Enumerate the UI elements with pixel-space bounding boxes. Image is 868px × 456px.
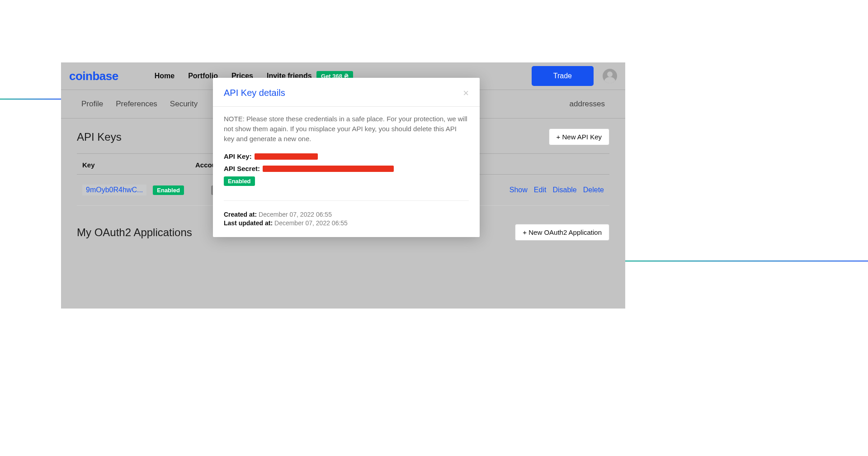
decorative-gradient-bottom (625, 261, 868, 261)
api-secret-label: API Secret: (224, 165, 260, 172)
app-window: coinbase Home Portfolio Prices Invite fr… (61, 62, 625, 309)
oauth-title: My OAuth2 Applications (77, 226, 192, 239)
trade-button[interactable]: Trade (532, 66, 594, 86)
new-oauth-app-button[interactable]: + New OAuth2 Application (515, 224, 609, 241)
close-icon[interactable]: × (463, 88, 469, 98)
subnav-addresses-partial[interactable]: addresses (570, 100, 605, 109)
modal-status-badge: Enabled (224, 176, 255, 186)
subnav-security[interactable]: Security (170, 100, 198, 109)
modal-divider (224, 200, 469, 201)
created-at: Created at: December 07, 2022 06:55 (224, 211, 469, 218)
modal-note: NOTE: Please store these credentials in … (224, 114, 469, 143)
created-at-label: Created at: (224, 211, 257, 218)
subnav-preferences[interactable]: Preferences (116, 100, 157, 109)
modal-title: API Key details (224, 88, 285, 98)
api-key-truncated[interactable]: 9mOyb0R4hwC... (82, 185, 146, 195)
api-key-line: API Key: (224, 152, 469, 160)
action-show[interactable]: Show (509, 186, 528, 194)
api-secret-line: API Secret: (224, 165, 469, 172)
api-key-label: API Key: (224, 152, 252, 160)
api-keys-title: API Keys (77, 131, 122, 143)
api-secret-redacted (263, 166, 394, 172)
modal-body: NOTE: Please store these credentials in … (213, 107, 480, 237)
avatar[interactable] (603, 69, 617, 83)
new-api-key-button[interactable]: + New API Key (549, 128, 609, 145)
created-at-value: December 07, 2022 06:55 (259, 211, 332, 218)
subnav-profile[interactable]: Profile (81, 100, 103, 109)
decorative-gradient-top (0, 99, 61, 100)
row-actions: Show Edit Disable Delete (509, 186, 604, 194)
nav-home[interactable]: Home (155, 72, 175, 80)
updated-at: Last updated at: December 07, 2022 06:55 (224, 219, 469, 227)
updated-at-value: December 07, 2022 06:55 (274, 219, 348, 227)
updated-at-label: Last updated at: (224, 219, 273, 227)
status-badge: Enabled (153, 185, 184, 195)
action-edit[interactable]: Edit (534, 186, 547, 194)
api-key-details-modal: API Key details × NOTE: Please store the… (213, 78, 480, 237)
col-key: Key (82, 161, 195, 169)
action-disable[interactable]: Disable (552, 186, 576, 194)
brand-logo[interactable]: coinbase (69, 69, 118, 83)
action-delete[interactable]: Delete (583, 186, 604, 194)
modal-header: API Key details × (213, 78, 480, 107)
api-key-redacted (255, 153, 318, 160)
